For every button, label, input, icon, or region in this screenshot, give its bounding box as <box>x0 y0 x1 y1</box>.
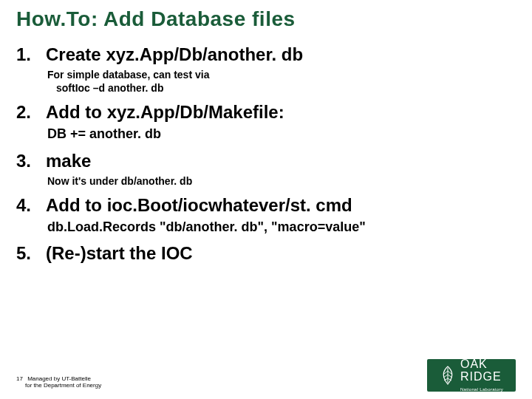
slide: How.To: Add Database files 1. Create xyz… <box>0 0 532 399</box>
step-heading-text: Create xyz.App/Db/another. db <box>46 44 303 65</box>
step-sub-line2: softIoc –d another. db <box>56 81 516 95</box>
logo-text: OAK RIDGE National Laboratory <box>460 358 503 392</box>
logo-line1: OAK <box>460 358 488 370</box>
step-number: 3. <box>16 151 46 171</box>
step-number: 1. <box>16 44 46 65</box>
step-3-heading: 3. make <box>16 151 516 171</box>
step-5: 5. (Re-)start the IOC <box>16 243 516 264</box>
footer-line1: Managed by UT-Battelle <box>27 375 91 382</box>
footer: 17 Managed by UT-Battelle for the Depart… <box>16 375 101 389</box>
step-heading-text: make <box>46 151 91 171</box>
step-number: 2. <box>16 102 46 123</box>
step-sub-line1: db.Load.Records "db/another. db", "macro… <box>47 219 516 236</box>
oak-ridge-logo: OAK RIDGE National Laboratory <box>427 359 516 392</box>
step-sub-line1: DB += another. db <box>47 126 516 143</box>
step-sub-line1: For simple database, can test via <box>47 68 516 81</box>
step-2: 2. Add to xyz.App/Db/Makefile: DB += ano… <box>16 102 516 143</box>
step-1-sub: For simple database, can test via softIo… <box>47 68 516 95</box>
step-5-heading: 5. (Re-)start the IOC <box>16 243 516 264</box>
step-1-heading: 1. Create xyz.App/Db/another. db <box>16 44 516 65</box>
step-3: 3. make Now it's under db/another. db <box>16 151 516 188</box>
step-sub-line1: Now it's under db/another. db <box>47 174 516 188</box>
step-4-heading: 4. Add to ioc.Boot/iocwhatever/st. cmd <box>16 195 516 216</box>
step-heading-text: Add to xyz.App/Db/Makefile: <box>46 102 284 123</box>
logo-line2: RIDGE <box>460 370 502 383</box>
footer-line2: for the Department of Energy <box>25 382 101 389</box>
page-number: 17 <box>16 375 23 382</box>
step-4-sub: db.Load.Records "db/another. db", "macro… <box>47 219 516 236</box>
step-number: 4. <box>16 195 46 216</box>
step-4: 4. Add to ioc.Boot/iocwhatever/st. cmd d… <box>16 195 516 236</box>
step-heading-text: (Re-)start the IOC <box>46 243 193 264</box>
step-3-sub: Now it's under db/another. db <box>47 174 516 188</box>
slide-title: How.To: Add Database files <box>16 7 516 31</box>
leaf-icon <box>440 365 456 386</box>
step-1: 1. Create xyz.App/Db/another. db For sim… <box>16 44 516 95</box>
step-heading-text: Add to ioc.Boot/iocwhatever/st. cmd <box>46 195 352 216</box>
step-2-sub: DB += another. db <box>47 126 516 143</box>
logo-sub: National Laboratory <box>460 387 503 392</box>
step-number: 5. <box>16 243 46 264</box>
step-2-heading: 2. Add to xyz.App/Db/Makefile: <box>16 102 516 123</box>
